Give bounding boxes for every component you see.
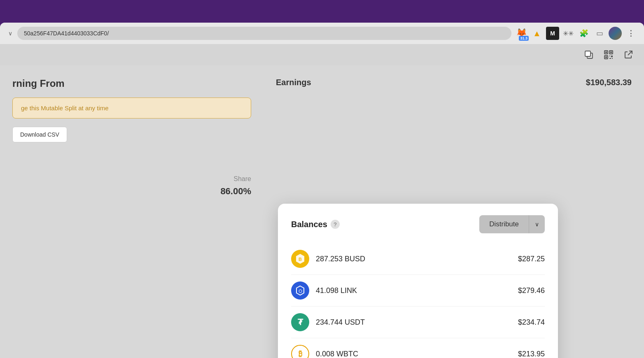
medium-extension-icon[interactable]: M — [546, 27, 559, 40]
balances-header: Balances ? Distribute ∨ — [291, 215, 545, 233]
svg-text:B: B — [299, 257, 302, 262]
link-amount: 41.098 LINK — [316, 286, 511, 295]
external-link-icon-button[interactable] — [621, 47, 636, 62]
help-icon-button[interactable]: ? — [331, 220, 340, 229]
svg-rect-11 — [612, 58, 613, 59]
token-row: B 287.253 BUSD $287.25 — [291, 243, 545, 275]
link-value: $279.46 — [518, 286, 545, 295]
balances-title: Balances — [291, 220, 327, 229]
usdt-amount: 234.744 USDT — [316, 318, 511, 327]
mutable-split-notice: ge this Mutable Split at any time — [12, 98, 251, 119]
browser-toolbar: ∨ 50a256F47DA41d4403033CdF0/ 🦊 31.3 ▲ M … — [0, 23, 644, 44]
earnings-value: $190,583.39 — [586, 78, 632, 87]
qr-code-icon-button[interactable] — [601, 47, 616, 62]
share-percentage: 86.00% — [12, 186, 251, 197]
balances-title-row: Balances ? — [291, 220, 340, 229]
token-list: B 287.253 BUSD $287.25 ⬡ 41.098 LINK $27… — [291, 243, 545, 358]
svg-rect-1 — [585, 51, 590, 56]
distribute-button-group: Distribute ∨ — [479, 215, 545, 233]
earnings-header: Earnings $190,583.39 — [276, 78, 632, 87]
browser-menu-icon[interactable]: ⋮ — [624, 27, 637, 40]
svg-rect-9 — [611, 56, 613, 57]
avatar — [609, 27, 622, 40]
download-csv-button[interactable]: Download CSV — [12, 127, 67, 142]
svg-rect-8 — [609, 56, 610, 56]
extensions-area: 🦊 31.3 ▲ M ✳✳ 🧩 ▭ ⋮ — [515, 27, 637, 40]
alert-extension-icon[interactable]: ▲ — [530, 27, 544, 40]
metamask-extension-icon[interactable]: 🦊 31.3 — [515, 27, 528, 40]
copy-icon-button[interactable] — [581, 47, 596, 62]
sidebar-toggle-icon[interactable]: ▭ — [593, 27, 606, 40]
token-row: ₮ 234.744 USDT $234.74 — [291, 307, 545, 338]
extensions-puzzle-icon[interactable]: 🧩 — [577, 27, 590, 40]
stars-extension-icon[interactable]: ✳✳ — [562, 27, 575, 40]
svg-rect-3 — [605, 51, 607, 53]
wbtc-token-icon: ₿ — [291, 345, 309, 358]
page-toolbar — [0, 44, 644, 65]
address-bar[interactable]: 50a256F47DA41d4403033CdF0/ — [17, 27, 511, 40]
link-token-icon: ⬡ — [291, 281, 309, 300]
usdt-token-icon: ₮ — [291, 313, 309, 331]
metamask-badge: 31.3 — [519, 36, 529, 41]
wbtc-value: $213.95 — [518, 350, 545, 358]
token-row: ₿ 0.008 WBTC $213.95 — [291, 338, 545, 358]
earnings-label: Earnings — [276, 78, 311, 87]
distribute-chevron-button[interactable]: ∨ — [529, 215, 545, 233]
section-title: rning From — [12, 78, 251, 89]
svg-rect-7 — [605, 56, 607, 58]
svg-text:⬡: ⬡ — [299, 289, 302, 293]
token-row: ⬡ 41.098 LINK $279.46 — [291, 275, 545, 307]
wbtc-amount: 0.008 WBTC — [316, 350, 511, 358]
svg-rect-10 — [609, 58, 611, 59]
busd-amount: 287.253 BUSD — [316, 255, 511, 263]
address-text: 50a256F47DA41d4403033CdF0/ — [24, 30, 109, 37]
left-panel: rning From ge this Mutable Split at any … — [0, 65, 264, 358]
svg-rect-5 — [610, 51, 612, 53]
busd-token-icon: B — [291, 250, 309, 268]
user-avatar-icon[interactable] — [609, 27, 622, 40]
balances-card: Balances ? Distribute ∨ B — [278, 204, 558, 358]
chevron-down-icon: ∨ — [535, 221, 539, 228]
chevron-down-icon[interactable]: ∨ — [7, 28, 14, 38]
share-label: Share — [12, 175, 251, 183]
busd-value: $287.25 — [518, 255, 545, 263]
usdt-value: $234.74 — [518, 318, 545, 327]
distribute-button[interactable]: Distribute — [479, 215, 529, 233]
